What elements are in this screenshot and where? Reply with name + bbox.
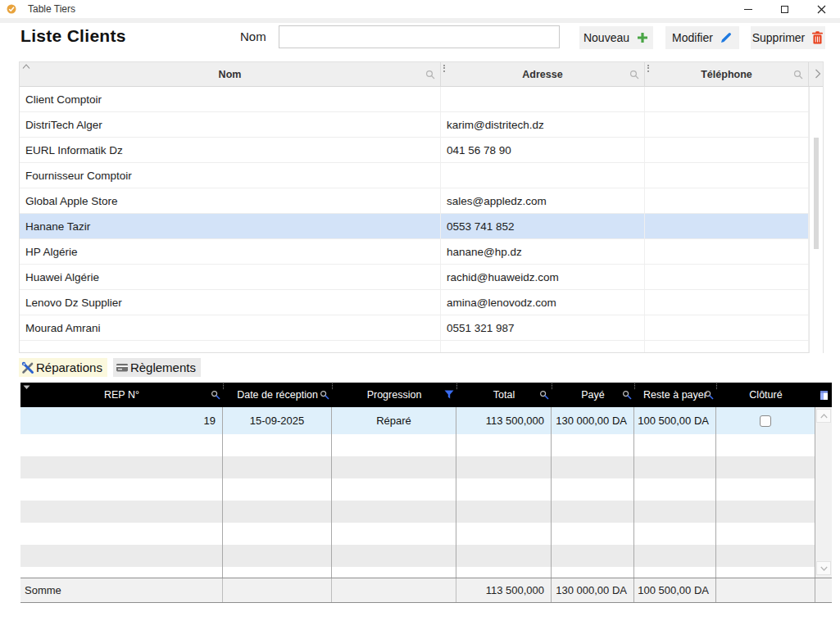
search-column-icon[interactable]	[425, 70, 435, 79]
cell-telephone	[645, 163, 809, 188]
column-header-label: Progression	[367, 389, 422, 401]
column-chooser-icon	[820, 390, 829, 401]
client-row[interactable]: Huawei Algérierachid@huaweidz.com	[20, 265, 823, 290]
client-row[interactable]: HP Algériehanane@hp.dz	[20, 239, 823, 265]
search-column-icon[interactable]	[320, 390, 329, 400]
cell-adresse: 0553 741 852	[441, 214, 645, 238]
column-header-label: REP N°	[104, 389, 139, 401]
column-header-label: Reste à payer	[643, 389, 707, 401]
column-header-date-reception[interactable]: Date de réception	[223, 383, 332, 407]
cloture-checkbox[interactable]	[760, 415, 771, 427]
tab-reglements[interactable]: Règlements	[113, 358, 201, 377]
cell-total: 113 500,000	[456, 407, 552, 434]
client-row[interactable]: Client Comptoir	[20, 87, 823, 112]
cell-adresse: 0551 321 987	[441, 315, 645, 340]
search-column-icon[interactable]	[539, 390, 549, 400]
client-row[interactable]: Mourad Amrani0551 321 987	[20, 315, 823, 341]
empty-repair-row[interactable]	[20, 456, 815, 478]
credit-card-icon	[116, 362, 129, 373]
empty-repair-row[interactable]	[20, 501, 815, 523]
edit-button[interactable]: Modifier	[665, 26, 739, 49]
repair-row-selected[interactable]: 19 15-09-2025 Réparé 113 500,000 130 000…	[20, 407, 815, 434]
search-input[interactable]	[279, 25, 560, 48]
header-separator	[223, 383, 224, 389]
clients-table-header: Nom Adresse Téléphone	[20, 62, 823, 87]
scrollbar-thumb[interactable]	[814, 138, 819, 249]
column-header-paye[interactable]: Payé	[552, 383, 634, 407]
column-header-nom[interactable]: Nom	[20, 62, 441, 86]
cell-telephone	[645, 265, 809, 289]
delete-button-label: Supprimer	[752, 31, 806, 44]
column-header-total[interactable]: Total	[456, 383, 552, 407]
cell-telephone	[645, 341, 809, 352]
scroll-down-button[interactable]	[816, 561, 831, 575]
app-icon	[7, 4, 16, 14]
cell-nom: Client Comptoir	[20, 87, 441, 111]
empty-repair-row[interactable]	[20, 523, 815, 545]
edit-button-label: Modifier	[672, 31, 713, 44]
cell-adresse	[441, 163, 645, 188]
new-button-label: Nouveau	[583, 31, 629, 44]
empty-repair-row[interactable]	[20, 567, 815, 578]
client-row[interactable]: EURL Informatik Dz041 56 78 90	[20, 138, 823, 163]
chevron-up-icon	[820, 414, 828, 419]
column-header-label: Adresse	[522, 69, 562, 80]
sum-paye: 130 000,00 DA	[552, 578, 634, 602]
cell-telephone	[645, 112, 809, 137]
column-header-reste-a-payer[interactable]: Reste à payer	[634, 383, 716, 407]
cell-rep-no: 19	[20, 407, 223, 434]
tab-reparations[interactable]: Réparations	[19, 358, 107, 377]
empty-repair-row[interactable]	[20, 545, 815, 567]
maximize-button[interactable]	[766, 0, 803, 18]
close-button[interactable]	[803, 0, 840, 18]
column-header-cloture[interactable]: Clôturé	[716, 383, 815, 407]
search-column-icon[interactable]	[629, 70, 639, 79]
column-header-progression[interactable]: Progression	[332, 383, 456, 407]
column-header-label: Clôturé	[749, 389, 782, 401]
cell-nom: EURL Informatik Dz	[20, 138, 441, 162]
column-header-rep-no[interactable]: REP N°	[20, 383, 223, 407]
cell-adresse: 041 56 78 90	[441, 138, 645, 162]
cell-adresse	[441, 341, 645, 352]
column-header-telephone[interactable]: Téléphone	[645, 62, 809, 86]
client-row[interactable]: Fournisseur Comptoir	[20, 163, 823, 188]
cell-telephone	[645, 290, 809, 315]
empty-repair-row[interactable]	[20, 434, 815, 456]
search-column-icon[interactable]	[704, 390, 714, 400]
cell-telephone	[645, 315, 809, 340]
search-column-icon[interactable]	[622, 390, 632, 400]
sort-asc-icon	[22, 64, 30, 69]
cell-telephone	[645, 87, 809, 111]
column-chooser-button[interactable]	[815, 383, 832, 407]
drag-handle-icon	[647, 65, 649, 72]
cell-nom: DistriTech Alger	[20, 112, 441, 137]
empty-repair-row[interactable]	[20, 478, 815, 501]
search-column-icon[interactable]	[211, 390, 220, 400]
clients-vertical-scrollbar[interactable]	[809, 87, 823, 353]
repairs-vertical-scrollbar[interactable]	[815, 407, 832, 578]
sum-total: 113 500,000	[456, 578, 552, 602]
client-row[interactable]: Lenovo Dz Supplieramina@lenovodz.com	[20, 290, 823, 315]
chevron-right-icon	[815, 69, 821, 79]
scroll-up-button[interactable]	[816, 409, 831, 423]
column-header-adresse[interactable]: Adresse	[441, 62, 645, 86]
detail-tabs: Réparations Règlements	[19, 358, 201, 377]
clients-table: Nom Adresse Téléphone Client Comptoir Di…	[19, 61, 824, 353]
client-row[interactable]: Global Apple Storesales@appledz.com	[20, 188, 823, 214]
page-title: Liste Clients	[20, 26, 126, 46]
sum-row-filler	[815, 578, 832, 602]
delete-button[interactable]: Supprimer	[751, 26, 825, 49]
cell-telephone	[645, 188, 809, 213]
chevron-down-icon	[820, 566, 828, 571]
filter-icon[interactable]	[444, 390, 454, 399]
client-row-selected[interactable]: Hanane Tazir0553 741 852	[20, 214, 823, 239]
minimize-button[interactable]	[729, 0, 766, 18]
new-button[interactable]: Nouveau	[579, 26, 653, 49]
next-column-button[interactable]	[809, 62, 823, 86]
cell-nom: Lenovo Dz Supplier	[20, 290, 441, 315]
cell-nom: Hanane Tazir	[20, 214, 441, 238]
client-row[interactable]: DistriTech Algerkarim@distritech.dz	[20, 112, 823, 138]
app-window: Table Tiers Liste Clients Nom Nouveau Mo…	[0, 0, 840, 630]
client-row[interactable]	[20, 341, 823, 352]
search-column-icon[interactable]	[793, 70, 803, 79]
